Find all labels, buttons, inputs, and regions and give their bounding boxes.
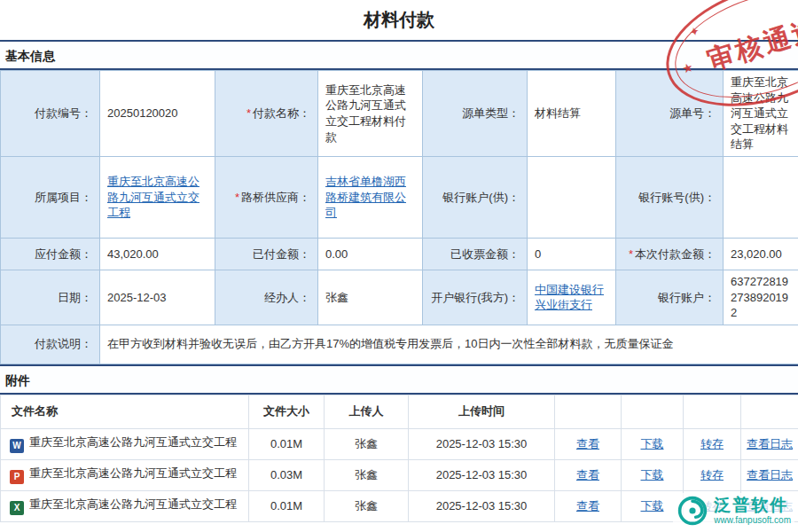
uploader-cell: 张鑫 bbox=[325, 490, 409, 521]
required-mark: * bbox=[246, 106, 251, 120]
basic-info-title: 基本信息 bbox=[5, 49, 55, 63]
file-name-cell: X重庆至北京高速公路九河互通式立交工程 bbox=[1, 490, 249, 521]
payment-note-label: 付款说明： bbox=[1, 325, 100, 364]
view-link[interactable]: 查看 bbox=[576, 468, 599, 481]
field-label-text: 付款名称： bbox=[253, 106, 310, 120]
download-link[interactable]: 下载 bbox=[641, 499, 664, 512]
file-name-text: 重庆至北京高速公路九河互通式立交工程 bbox=[29, 497, 237, 511]
view-log-link[interactable]: 查看日志 bbox=[747, 437, 793, 450]
download-cell: 下载 bbox=[622, 459, 684, 490]
handler-value: 张鑫 bbox=[318, 270, 423, 325]
paid-amount-value: 0.00 bbox=[318, 239, 423, 270]
source-no-label: 源单号： bbox=[616, 71, 724, 157]
field-label-text: 银行账号(供)： bbox=[638, 191, 716, 204]
ppt-file-icon: P bbox=[10, 470, 24, 484]
basic-info-table: 付款编号： 20250120020 *付款名称： 重庆至北京高速公路九河互通式立… bbox=[0, 70, 798, 364]
field-label-text: 银行账户(供)： bbox=[442, 191, 520, 204]
supplier-link[interactable]: 吉林省单橹湖西路桥建筑有限公司 bbox=[325, 175, 406, 219]
field-label-text: 银行账户： bbox=[658, 291, 716, 304]
file-size-header: 文件大小 bbox=[249, 395, 325, 428]
field-label-text: 付款说明： bbox=[35, 337, 92, 350]
action-header-empty bbox=[684, 395, 741, 428]
payable-amount-label: 应付金额： bbox=[1, 239, 100, 270]
payable-amount-value: 43,020.00 bbox=[100, 239, 215, 270]
current-payment-value: 23,020.00 bbox=[724, 239, 798, 270]
field-label-text: 付款编号： bbox=[35, 106, 92, 120]
bank-no-supplier-value bbox=[724, 157, 798, 239]
required-mark: * bbox=[629, 247, 633, 261]
section-attachments-header: 附件 bbox=[0, 364, 798, 395]
view-link[interactable]: 查看 bbox=[576, 499, 599, 512]
project-value: 重庆至北京高速公路九河互通式立交工程 bbox=[100, 157, 215, 239]
attachment-row: W重庆至北京高速公路九河互通式立交工程 0.01M 张鑫 2025-12-03 … bbox=[1, 428, 798, 459]
file-name-cell: W重庆至北京高速公路九河互通式立交工程 bbox=[1, 428, 249, 459]
view-cell: 查看 bbox=[555, 490, 622, 521]
uploader-cell: 张鑫 bbox=[325, 428, 409, 459]
file-name-cell: P重庆至北京高速公路九河互通式立交工程 bbox=[1, 459, 249, 490]
bank-account-supplier-label: 银行账户(供)： bbox=[423, 157, 528, 239]
upload-time-cell: 2025-12-03 15:30 bbox=[409, 459, 555, 490]
excel-file-icon: X bbox=[10, 501, 24, 515]
our-bank-label: 开户银行(我方)： bbox=[423, 270, 528, 325]
payment-no-label: 付款编号： bbox=[1, 71, 100, 157]
file-size-cell: 0.01M bbox=[249, 428, 325, 459]
download-cell: 下载 bbox=[622, 428, 684, 459]
brand-website: www.fanpusoft.com bbox=[714, 515, 791, 525]
supplier-value: 吉林省单橹湖西路桥建筑有限公司 bbox=[318, 157, 423, 239]
action-header-empty bbox=[555, 395, 622, 428]
file-size-cell: 0.03M bbox=[249, 459, 325, 490]
view-cell: 查看 bbox=[555, 428, 622, 459]
view-link[interactable]: 查看 bbox=[576, 437, 599, 450]
supplier-label: *路桥供应商： bbox=[215, 157, 318, 239]
project-label: 所属项目： bbox=[1, 157, 100, 239]
view-log-cell: 查看日志 bbox=[741, 459, 798, 490]
brand-watermark: 泛普软件 www.fanpusoft.com bbox=[673, 493, 794, 528]
our-bank-link[interactable]: 中国建设银行兴业街支行 bbox=[535, 283, 604, 312]
our-bank-value: 中国建设银行兴业街支行 bbox=[528, 270, 616, 325]
brand-name: 泛普软件 bbox=[714, 497, 788, 515]
action-header-empty bbox=[741, 395, 798, 428]
transfer-link[interactable]: 转存 bbox=[700, 468, 724, 481]
bank-no-supplier-label: 银行账号(供)： bbox=[616, 157, 724, 239]
attachment-row: P重庆至北京高速公路九河互通式立交工程 0.03M 张鑫 2025-12-03 … bbox=[1, 459, 798, 490]
date-label: 日期： bbox=[1, 270, 100, 325]
field-label-text: 日期： bbox=[58, 291, 92, 304]
view-log-cell: 查看日志 bbox=[741, 428, 798, 459]
uploader-cell: 张鑫 bbox=[325, 459, 409, 490]
transfer-cell: 转存 bbox=[684, 428, 741, 459]
upload-time-cell: 2025-12-03 15:30 bbox=[409, 490, 555, 521]
file-name-text: 重庆至北京高速公路九河互通式立交工程 bbox=[29, 435, 237, 449]
view-cell: 查看 bbox=[555, 459, 622, 490]
field-label-text: 已收票金额： bbox=[450, 247, 520, 261]
current-payment-label: *本次付款金额： bbox=[616, 239, 724, 270]
invoiced-amount-value: 0 bbox=[528, 239, 616, 270]
field-label-text: 应付金额： bbox=[35, 247, 92, 261]
project-link[interactable]: 重庆至北京高速公路九河互通式立交工程 bbox=[107, 175, 200, 219]
file-name-text: 重庆至北京高速公路九河互通式立交工程 bbox=[29, 466, 237, 480]
attachments-header-row: 文件名称 文件大小 上传人 上传时间 bbox=[1, 395, 798, 428]
source-type-label: 源单类型： bbox=[423, 71, 528, 157]
download-link[interactable]: 下载 bbox=[641, 437, 664, 450]
payment-no-value: 20250120020 bbox=[100, 71, 215, 157]
brand-logo-icon bbox=[677, 495, 708, 527]
file-size-cell: 0.01M bbox=[249, 490, 325, 521]
handler-label: 经办人： bbox=[215, 270, 318, 325]
payment-name-value: 重庆至北京高速公路九河互通式立交工程材料付款 bbox=[318, 71, 423, 157]
download-link[interactable]: 下载 bbox=[641, 468, 664, 481]
field-label-text: 路桥供应商： bbox=[241, 191, 310, 204]
uploader-header: 上传人 bbox=[325, 395, 409, 428]
word-file-icon: W bbox=[10, 439, 24, 453]
attachments-title: 附件 bbox=[5, 373, 30, 387]
paid-amount-label: 已付金额： bbox=[215, 239, 318, 270]
view-log-link[interactable]: 查看日志 bbox=[747, 468, 793, 481]
required-mark: * bbox=[235, 191, 239, 204]
field-label-text: 已付金额： bbox=[253, 247, 310, 261]
field-label-text: 开户银行(我方)： bbox=[431, 291, 520, 304]
payment-note-value: 在甲方收到材料并验收无误后，由乙方开具17%的增值税专用发票后，10日内一次性全… bbox=[100, 325, 798, 364]
field-label-text: 经办人： bbox=[264, 291, 310, 304]
field-label-text: 源单号： bbox=[669, 106, 716, 120]
transfer-link[interactable]: 转存 bbox=[700, 437, 724, 450]
payment-name-label: *付款名称： bbox=[215, 71, 318, 157]
action-header-empty bbox=[622, 395, 684, 428]
field-label-text: 本次付款金额： bbox=[635, 247, 716, 261]
